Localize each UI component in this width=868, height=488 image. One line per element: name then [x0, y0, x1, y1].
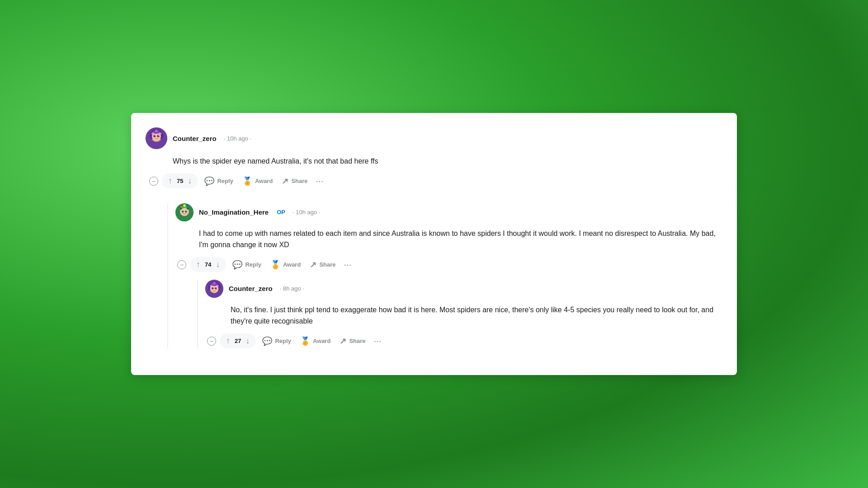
- svg-point-10: [158, 135, 159, 136]
- vote-group-1: ↑ 75 ↓: [162, 174, 198, 188]
- comment-2-body: I had to come up with names related to e…: [199, 228, 719, 251]
- username-counter-zero-1: Counter_zero: [173, 135, 217, 142]
- reply-icon-3: 💬: [262, 336, 272, 346]
- svg-point-28: [186, 211, 187, 211]
- svg-point-29: [181, 212, 183, 213]
- timestamp-3: · 8h ago ·: [280, 285, 304, 292]
- svg-point-36: [212, 287, 213, 289]
- share-btn-3[interactable]: ↗ Share: [335, 333, 370, 349]
- svg-point-37: [215, 287, 217, 289]
- share-icon-1: ↗: [282, 176, 288, 186]
- nested-comment-2: No_Imagination_Here OP · 10h ago · I had…: [167, 203, 719, 349]
- collapse-btn-2[interactable]: −: [177, 260, 186, 269]
- vote-group-2: ↑ 74 ↓: [190, 257, 226, 272]
- avatar-counter-zero-1: [146, 127, 167, 149]
- username-counter-zero-2: Counter_zero: [229, 285, 273, 292]
- vote-group-3: ↑ 27 ↓: [220, 333, 256, 348]
- upvote-btn-2[interactable]: ↑: [194, 259, 202, 270]
- share-icon-3: ↗: [340, 336, 346, 346]
- collapse-btn-3[interactable]: −: [207, 337, 216, 346]
- vote-count-1: 75: [175, 178, 185, 184]
- svg-point-39: [216, 287, 217, 288]
- svg-point-15: [151, 132, 154, 135]
- award-icon-3: 🏅: [300, 336, 310, 346]
- svg-point-22: [180, 206, 182, 208]
- svg-point-40: [210, 289, 212, 290]
- svg-point-12: [159, 137, 161, 138]
- comment-1-actions: − ↑ 75 ↓ 💬 Reply 🏅 Award ↗ Share ···: [149, 174, 719, 189]
- comment-3-actions: − ↑ 27 ↓ 💬 Reply 🏅 Award: [207, 333, 719, 349]
- share-icon-2: ↗: [310, 260, 316, 270]
- svg-point-16: [159, 132, 161, 135]
- svg-point-43: [213, 282, 216, 285]
- comment-2-header: No_Imagination_Here OP · 10h ago ·: [175, 203, 719, 221]
- downvote-btn-2[interactable]: ↓: [214, 259, 222, 270]
- svg-point-24: [180, 208, 189, 216]
- downvote-btn-3[interactable]: ↓: [244, 335, 251, 347]
- more-btn-1[interactable]: ···: [312, 174, 327, 188]
- svg-point-9: [155, 135, 156, 136]
- username-no-imagination: No_Imagination_Here: [199, 208, 269, 216]
- reply-icon-2: 💬: [232, 260, 242, 270]
- downvote-btn-1[interactable]: ↓: [186, 175, 193, 187]
- reply-btn-2[interactable]: 💬 Reply: [228, 257, 265, 272]
- svg-point-38: [212, 287, 213, 288]
- svg-point-11: [152, 137, 155, 138]
- op-badge: OP: [277, 209, 285, 216]
- svg-point-23: [187, 206, 189, 208]
- svg-point-27: [183, 211, 184, 211]
- award-btn-2[interactable]: 🏅 Award: [266, 257, 306, 272]
- more-btn-3[interactable]: ···: [370, 334, 385, 348]
- upvote-btn-1[interactable]: ↑: [166, 175, 174, 187]
- comment-1-body: Whys is the spider eye named Australia, …: [173, 155, 719, 167]
- share-btn-2[interactable]: ↗ Share: [305, 257, 340, 272]
- svg-point-21: [183, 204, 186, 207]
- comment-thread-card: Counter_zero · 10h ago · Whys is the spi…: [131, 113, 737, 375]
- svg-point-26: [185, 210, 187, 212]
- award-btn-3[interactable]: 🏅 Award: [296, 333, 335, 349]
- award-icon-2: 🏅: [270, 260, 280, 270]
- svg-point-25: [182, 210, 184, 212]
- upvote-btn-3[interactable]: ↑: [224, 335, 232, 347]
- comment-1-header: Counter_zero · 10h ago ·: [146, 127, 719, 149]
- svg-point-41: [216, 289, 218, 290]
- collapse-btn-1[interactable]: −: [149, 177, 158, 186]
- timestamp-2: · 10h ago ·: [292, 209, 320, 216]
- timestamp-1: · 10h ago ·: [224, 135, 251, 142]
- comment-3-header: Counter_zero · 8h ago ·: [205, 280, 719, 298]
- svg-point-44: [210, 285, 212, 287]
- comment-1: Counter_zero · 10h ago · Whys is the spi…: [146, 127, 719, 349]
- svg-point-45: [217, 285, 219, 287]
- vote-count-2: 74: [203, 261, 213, 268]
- more-btn-2[interactable]: ···: [340, 258, 355, 272]
- award-btn-1[interactable]: 🏅 Award: [238, 174, 278, 189]
- comment-3-body: No, it's fine. I just think ppl tend to …: [231, 304, 719, 327]
- reply-icon-1: 💬: [204, 176, 214, 186]
- award-icon-1: 🏅: [242, 176, 252, 186]
- reply-btn-1[interactable]: 💬 Reply: [200, 174, 237, 189]
- nested-comment-3: Counter_zero · 8h ago · No, it's fine. I…: [197, 280, 719, 349]
- vote-count-3: 27: [233, 338, 243, 344]
- svg-point-14: [155, 130, 158, 132]
- avatar-counter-zero-2: [205, 280, 223, 298]
- svg-point-30: [186, 212, 188, 213]
- comment-2-actions: − ↑ 74 ↓ 💬 Reply 🏅 Award ↗ Share: [177, 257, 719, 272]
- avatar-no-imagination: [175, 203, 193, 221]
- reply-btn-3[interactable]: 💬 Reply: [258, 333, 295, 349]
- share-btn-1[interactable]: ↗ Share: [277, 174, 312, 189]
